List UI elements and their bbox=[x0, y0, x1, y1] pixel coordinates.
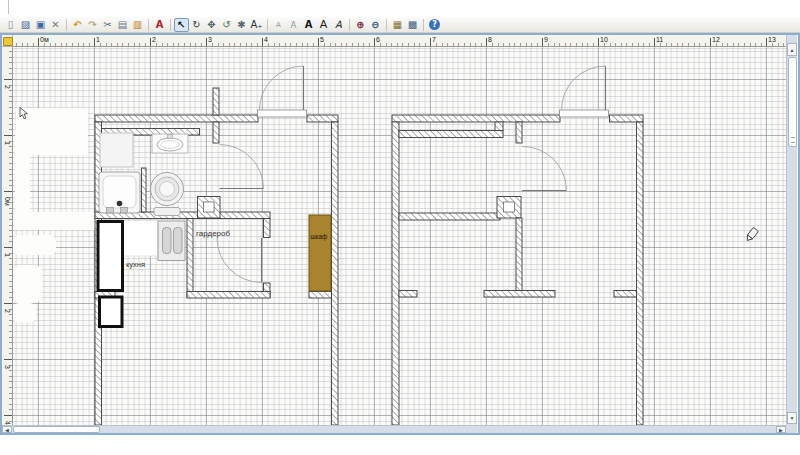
toolbar-separator bbox=[423, 19, 424, 31]
toolbar-separator bbox=[349, 19, 350, 31]
floor-plan-right[interactable] bbox=[392, 115, 643, 425]
font-italic-icon: A bbox=[335, 20, 342, 30]
zoom-out-button[interactable]: ⊖ bbox=[368, 18, 383, 32]
wall[interactable] bbox=[399, 291, 417, 298]
wall[interactable] bbox=[307, 115, 338, 122]
drawing-canvas[interactable]: кухня гардероб шкаф bbox=[13, 47, 786, 425]
font-color-button[interactable]: A bbox=[152, 18, 167, 32]
wall[interactable] bbox=[213, 122, 219, 143]
select-tool-button[interactable]: ↖ bbox=[174, 18, 189, 32]
paste-button[interactable]: ▥ bbox=[130, 18, 145, 32]
kitchen-fixtures[interactable] bbox=[98, 221, 185, 327]
wall[interactable] bbox=[516, 218, 522, 292]
v-ruler-label: 1 bbox=[4, 141, 11, 145]
cabinet-label[interactable]: шкаф bbox=[311, 233, 328, 241]
ruler-corner[interactable] bbox=[2, 35, 13, 47]
v-ruler-label: 3 bbox=[4, 365, 11, 369]
toolbar: ▯▨▣✕↶↷✂▤▥A↖↻✥↺✱A₊AAAAA⊕⊖▦▩? bbox=[0, 17, 800, 33]
interior-door-left[interactable] bbox=[220, 145, 264, 189]
titlebar-divider bbox=[8, 0, 9, 14]
toolbar-separator bbox=[66, 19, 67, 31]
door-sill bbox=[258, 110, 307, 117]
pan-tool-button[interactable]: ✥ bbox=[204, 18, 219, 32]
wall[interactable] bbox=[610, 115, 644, 122]
wall[interactable] bbox=[142, 168, 147, 212]
zoom-in-button[interactable]: ⊕ bbox=[353, 18, 368, 32]
cabinet-object[interactable] bbox=[309, 215, 331, 291]
redo-button[interactable]: ↷ bbox=[85, 18, 100, 32]
vertical-scrollbar[interactable]: ▲ ▼ bbox=[786, 35, 797, 425]
wall[interactable] bbox=[187, 219, 193, 298]
new-file-button[interactable]: ▯ bbox=[3, 18, 18, 32]
wall[interactable] bbox=[213, 88, 219, 115]
h-ruler-label: 1 bbox=[96, 36, 100, 43]
text-tool-button[interactable]: A₊ bbox=[249, 18, 264, 32]
scroll-right-button[interactable]: ▶ bbox=[776, 426, 786, 433]
cut-button[interactable]: ✂ bbox=[100, 18, 115, 32]
scroll-up-button[interactable]: ▲ bbox=[787, 43, 797, 56]
wall[interactable] bbox=[264, 219, 271, 238]
kitchen-label[interactable]: кухня bbox=[126, 260, 145, 269]
rotate-left-tool-button[interactable]: ↺ bbox=[219, 18, 234, 32]
kitchen-counter[interactable] bbox=[123, 221, 158, 257]
wall[interactable] bbox=[495, 122, 503, 131]
wardrobe-label[interactable]: гардероб bbox=[196, 229, 230, 238]
v-ruler-label: 2 bbox=[4, 309, 11, 313]
snap-settings-icon: ✱ bbox=[237, 20, 245, 30]
pan-tool-icon: ✥ bbox=[207, 20, 215, 30]
thumb-grip bbox=[791, 137, 795, 143]
delete-button[interactable]: ✕ bbox=[48, 18, 63, 32]
wall[interactable] bbox=[309, 292, 332, 299]
entrance-door-right[interactable] bbox=[560, 66, 609, 117]
kitchen-unit[interactable] bbox=[98, 222, 123, 291]
undo-button[interactable]: ↶ bbox=[70, 18, 85, 32]
open-file-button[interactable]: ▨ bbox=[18, 18, 33, 32]
interior-door-right[interactable] bbox=[522, 146, 567, 190]
wall[interactable] bbox=[484, 291, 555, 298]
paste-icon: ▥ bbox=[133, 20, 142, 30]
shower-drain bbox=[117, 201, 123, 207]
scroll-left-button[interactable]: ◀ bbox=[2, 426, 12, 433]
font-italic-button[interactable]: A bbox=[331, 18, 346, 32]
door-swing-arc bbox=[220, 145, 264, 189]
wall[interactable] bbox=[392, 122, 399, 425]
wall[interactable] bbox=[392, 115, 560, 122]
bathroom-cabinet[interactable] bbox=[100, 133, 133, 167]
help-button[interactable]: ? bbox=[427, 18, 442, 32]
save-file-button[interactable]: ▣ bbox=[33, 18, 48, 32]
font-large-button[interactable]: A bbox=[316, 18, 331, 32]
wall[interactable] bbox=[614, 291, 637, 298]
font-color-icon: A bbox=[156, 20, 164, 30]
wall[interactable] bbox=[399, 131, 503, 138]
horizontal-scroll-thumb[interactable] bbox=[13, 426, 100, 433]
font-bold-button[interactable]: A bbox=[301, 18, 316, 32]
washing-machine-door bbox=[160, 182, 175, 197]
door-swing-arc bbox=[260, 66, 304, 110]
toolbar-separator bbox=[386, 19, 387, 31]
wardrobe-door[interactable] bbox=[217, 238, 262, 283]
insert-image-button[interactable]: ▦ bbox=[390, 18, 405, 32]
scroll-down-button[interactable]: ▼ bbox=[787, 412, 797, 424]
toolbar-separator bbox=[170, 19, 171, 31]
export-image-button[interactable]: ▩ bbox=[405, 18, 420, 32]
wall[interactable] bbox=[516, 122, 522, 143]
door-swing-arc bbox=[562, 66, 606, 110]
copy-icon: ▤ bbox=[118, 20, 127, 30]
horizontal-scrollbar[interactable]: ◀ ▶ bbox=[2, 425, 786, 433]
kitchen-unit[interactable] bbox=[100, 297, 123, 327]
font-small-button[interactable]: A bbox=[286, 18, 301, 32]
vertical-ruler: 210м1234 bbox=[2, 47, 13, 425]
entrance-door-left[interactable] bbox=[258, 66, 307, 117]
scrollbar-corner bbox=[786, 425, 797, 433]
font-smaller-button[interactable]: A bbox=[271, 18, 286, 32]
snap-settings-button[interactable]: ✱ bbox=[234, 18, 249, 32]
wall[interactable] bbox=[187, 292, 270, 299]
vertical-scroll-thumb[interactable] bbox=[788, 57, 797, 147]
copy-button[interactable]: ▤ bbox=[115, 18, 130, 32]
wall[interactable] bbox=[95, 115, 258, 122]
wall[interactable] bbox=[332, 122, 339, 425]
wall[interactable] bbox=[399, 213, 500, 220]
wall[interactable] bbox=[637, 122, 644, 425]
v-ruler-label: 0м bbox=[4, 197, 11, 206]
rotate-tool-button[interactable]: ↻ bbox=[189, 18, 204, 32]
